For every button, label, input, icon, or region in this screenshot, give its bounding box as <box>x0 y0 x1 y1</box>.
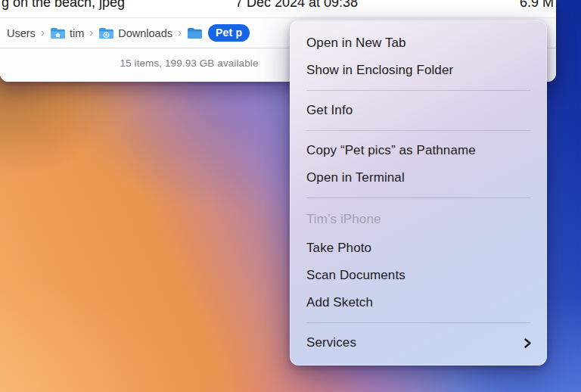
menu-item-open-in-terminal[interactable]: Open in Terminal <box>290 164 547 191</box>
context-menu: Open in New Tab Show in Enclosing Folder… <box>290 20 547 366</box>
menu-item-copy-pathname[interactable]: Copy “Pet pics” as Pathname <box>290 137 547 164</box>
file-name: g on the beach, jpeg <box>2 0 125 11</box>
file-size: 6.9 M <box>520 0 554 11</box>
menu-section-header-tims-iphone: Tim’s iPhone <box>290 204 547 235</box>
path-item-pet-pics[interactable]: Pet p <box>187 24 250 42</box>
menu-separator <box>306 322 530 323</box>
folder-icon <box>187 27 203 39</box>
submenu-chevron-icon <box>524 338 532 349</box>
menu-item-services[interactable]: Services <box>290 329 547 356</box>
menu-item-get-info[interactable]: Get Info <box>290 97 547 124</box>
file-row[interactable]: g on the beach, jpeg 7 Dec 2024 at 09:38… <box>0 0 556 17</box>
menu-separator <box>306 198 530 198</box>
path-item-tim[interactable]: tim <box>50 27 84 39</box>
file-date-modified: 7 Dec 2024 at 09:38 <box>235 0 358 11</box>
path-item-label: Users <box>7 27 36 39</box>
menu-item-add-sketch[interactable]: Add Sketch <box>290 289 547 316</box>
chevron-right-icon: › <box>41 26 45 39</box>
path-item-label: Downloads <box>118 27 172 39</box>
chevron-right-icon: › <box>178 26 182 39</box>
desktop: g on the beach, jpeg 7 Dec 2024 at 09:38… <box>0 0 581 392</box>
menu-item-open-in-new-tab[interactable]: Open in New Tab <box>290 30 547 57</box>
menu-item-take-photo[interactable]: Take Photo <box>290 235 547 262</box>
menu-separator <box>306 130 530 131</box>
menu-separator <box>306 90 530 91</box>
menu-item-scan-documents[interactable]: Scan Documents <box>290 262 547 289</box>
path-item-label: tim <box>70 27 84 39</box>
downloads-folder-icon <box>98 27 114 39</box>
chevron-right-icon: › <box>89 26 93 39</box>
menu-item-label: Services <box>306 335 356 350</box>
path-item-downloads[interactable]: Downloads <box>98 27 172 39</box>
menu-item-show-in-enclosing-folder[interactable]: Show in Enclosing Folder <box>290 57 547 84</box>
selected-path-pill: Pet p <box>208 24 250 42</box>
home-folder-icon <box>50 27 66 39</box>
path-item-users[interactable]: Users <box>7 27 36 39</box>
